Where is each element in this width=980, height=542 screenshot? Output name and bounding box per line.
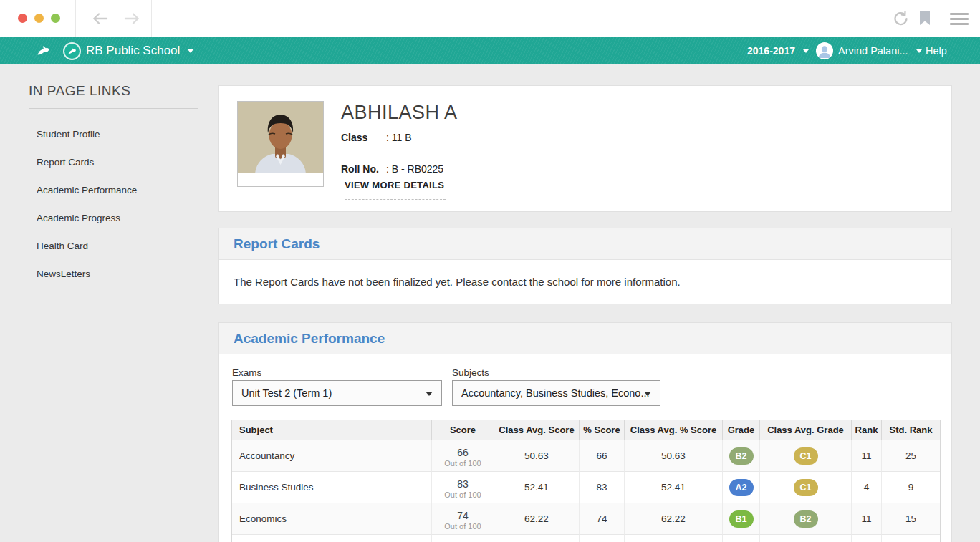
score-cell: 83 Out of 100 bbox=[432, 471, 494, 503]
close-window-icon[interactable] bbox=[18, 14, 27, 23]
minimize-window-icon[interactable] bbox=[34, 14, 44, 23]
col-class-avg-grade: Class Avg. Grade bbox=[760, 420, 852, 440]
subjects-label: Subjects bbox=[452, 367, 489, 378]
table-row: Accountancy 66 Out of 100 50.63 66 50.63… bbox=[232, 440, 940, 471]
class-avg-grade-cell bbox=[760, 534, 852, 542]
school-selector[interactable]: RB Public School bbox=[63, 37, 193, 64]
divider bbox=[75, 0, 76, 37]
col-pct-score: % Score bbox=[580, 420, 625, 440]
out-of-label: Out of 100 bbox=[444, 522, 481, 531]
rank-cell bbox=[852, 534, 882, 542]
help-link[interactable]: Help bbox=[926, 37, 947, 64]
grade-cell: A2 bbox=[723, 471, 760, 503]
academic-performance-header: Academic Performance bbox=[219, 323, 951, 354]
out-of-label: Out of 100 bbox=[444, 459, 481, 468]
class-avg-pct-cell: 62.22 bbox=[625, 503, 723, 534]
exams-selected-value: Unit Test 2 (Term 1) bbox=[241, 387, 332, 399]
std-rank-cell bbox=[882, 534, 940, 542]
divider bbox=[29, 108, 198, 109]
class-avg-score-cell: 50.63 bbox=[494, 440, 580, 471]
report-cards-message: The Report Cards have not been finalized… bbox=[219, 260, 951, 288]
menu-icon[interactable] bbox=[950, 13, 969, 25]
table-row: Economics 74 Out of 100 62.22 74 62.22 B… bbox=[232, 503, 940, 534]
rank-cell: 11 bbox=[852, 503, 882, 534]
student-photo bbox=[237, 101, 324, 187]
pct-score-cell bbox=[580, 534, 625, 542]
class-label: Class bbox=[341, 132, 386, 143]
class-avg-grade-cell: C1 bbox=[760, 440, 852, 471]
class-row: Class : 11 B bbox=[341, 132, 412, 143]
student-name: ABHILASH A bbox=[341, 102, 458, 124]
class-avg-pct-cell: 52.41 bbox=[625, 471, 723, 503]
class-avg-pct-cell: 50.63 bbox=[625, 440, 723, 471]
rank-cell: 4 bbox=[852, 471, 882, 503]
academic-year: 2016-2017 bbox=[747, 45, 795, 57]
divider bbox=[151, 0, 152, 37]
forward-arrow-icon[interactable] bbox=[120, 11, 144, 26]
class-avg-pct-cell bbox=[625, 534, 723, 542]
std-rank-cell: 15 bbox=[882, 503, 940, 534]
page-body: IN PAGE LINKS Student Profile Report Car… bbox=[0, 64, 980, 542]
grade-badge: B2 bbox=[794, 510, 818, 528]
subject-cell: Business Studies bbox=[232, 471, 432, 503]
report-cards-card: Report Cards The Report Cards have not b… bbox=[218, 228, 952, 304]
app-header: RB Public School 2016-2017 Arvind Palani… bbox=[0, 37, 980, 64]
col-score: Score bbox=[432, 420, 494, 440]
in-page-links-list: Student Profile Report Cards Academic Pe… bbox=[37, 120, 137, 288]
chevron-down-icon bbox=[916, 49, 922, 53]
academic-performance-title: Academic Performance bbox=[234, 331, 385, 347]
sidebar-item-academic-progress[interactable]: Academic Progress bbox=[37, 204, 137, 232]
std-rank-cell: 9 bbox=[882, 471, 940, 503]
school-name: RB Public School bbox=[86, 44, 180, 58]
subject-cell bbox=[232, 534, 432, 542]
chevron-down-icon bbox=[188, 49, 193, 53]
academic-year-selector[interactable]: 2016-2017 bbox=[747, 37, 809, 64]
exams-dropdown[interactable]: Unit Test 2 (Term 1) bbox=[232, 380, 442, 406]
roll-row: Roll No. : B - RB0225 bbox=[341, 163, 443, 175]
subject-cell: Accountancy bbox=[232, 440, 432, 471]
roll-label: Roll No. bbox=[341, 163, 386, 175]
col-std-rank: Std. Rank bbox=[882, 420, 940, 440]
col-class-avg-score: Class Avg. Score bbox=[494, 420, 580, 440]
class-avg-score-cell bbox=[494, 534, 580, 542]
refresh-icon[interactable] bbox=[893, 10, 910, 30]
back-arrow-icon[interactable] bbox=[88, 11, 112, 26]
std-rank-cell: 25 bbox=[882, 440, 940, 471]
grade-cell: B2 bbox=[723, 440, 760, 471]
avatar bbox=[816, 42, 833, 59]
grade-cell: B1 bbox=[723, 503, 760, 534]
class-avg-grade-cell: B2 bbox=[760, 503, 852, 534]
sidebar-item-report-cards[interactable]: Report Cards bbox=[37, 148, 137, 176]
table-header-row: Subject Score Class Avg. Score % Score C… bbox=[232, 420, 940, 440]
report-cards-title: Report Cards bbox=[234, 236, 320, 252]
table-row: 74 Out of 100 bbox=[232, 534, 940, 542]
pct-score-cell: 66 bbox=[580, 440, 625, 471]
grade-badge: C1 bbox=[794, 479, 818, 496]
grade-badge: B2 bbox=[729, 447, 754, 465]
subjects-selected-value: Accountancy, Business Studies, Econo... bbox=[461, 387, 650, 399]
sidebar-item-health-card[interactable]: Health Card bbox=[37, 232, 137, 260]
student-profile-card: ABHILASH A Class : 11 B Roll No. : B - R… bbox=[218, 85, 952, 212]
col-class-avg-pct-score: Class Avg. % Score bbox=[625, 420, 723, 440]
exams-label: Exams bbox=[232, 367, 261, 378]
bird-logo-icon[interactable] bbox=[36, 37, 50, 64]
pct-score-cell: 74 bbox=[580, 503, 625, 534]
roll-value: : B - RB0225 bbox=[386, 163, 443, 175]
pct-score-cell: 83 bbox=[580, 471, 625, 503]
sidebar-item-newsletters[interactable]: NewsLetters bbox=[37, 260, 137, 288]
sidebar-item-student-profile[interactable]: Student Profile bbox=[37, 120, 137, 148]
school-logo-icon bbox=[63, 42, 81, 60]
subject-cell: Economics bbox=[232, 503, 432, 534]
grade-badge: A2 bbox=[729, 479, 754, 496]
in-page-links-title: IN PAGE LINKS bbox=[29, 83, 130, 99]
class-avg-score-cell: 52.41 bbox=[494, 471, 580, 503]
user-menu[interactable]: Arvind Palani... bbox=[816, 37, 922, 64]
zoom-window-icon[interactable] bbox=[51, 14, 60, 23]
bookmark-icon[interactable] bbox=[919, 11, 931, 29]
chevron-down-icon bbox=[426, 392, 433, 396]
view-more-details-link[interactable]: VIEW MORE DETAILS bbox=[345, 180, 446, 200]
sidebar-item-academic-performance[interactable]: Academic Performance bbox=[37, 176, 137, 204]
subjects-dropdown[interactable]: Accountancy, Business Studies, Econo... bbox=[452, 380, 660, 406]
window-titlebar bbox=[0, 0, 980, 37]
class-avg-score-cell: 62.22 bbox=[494, 503, 580, 534]
